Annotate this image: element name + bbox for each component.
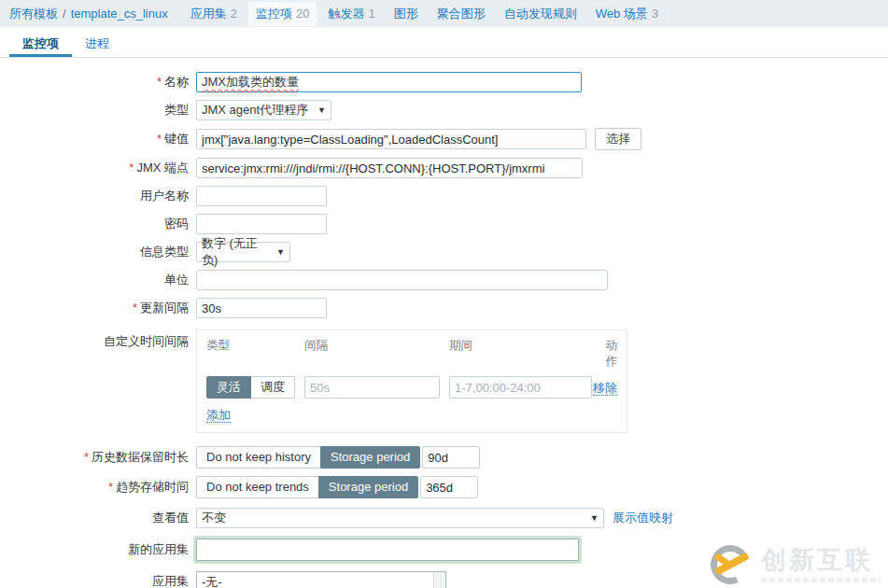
jmx-endpoint-label: *JMX 端点 — [0, 158, 196, 178]
trends-period-input[interactable] — [420, 476, 478, 498]
history-label: *历史数据保留时长 — [0, 447, 196, 468]
username-label: 用户名称 — [0, 186, 196, 206]
row-key: *键值 选择 — [0, 128, 888, 150]
update-interval-label: *更新间隔 — [0, 298, 196, 318]
info-type-label: 信息类型 — [0, 242, 196, 262]
units-label: 单位 — [0, 270, 196, 290]
brand-name: 创新互联 — [761, 548, 881, 573]
password-input[interactable] — [196, 214, 327, 234]
update-interval-input[interactable] — [196, 298, 327, 318]
history-period-input[interactable] — [422, 446, 480, 469]
scheduling-toggle[interactable]: 调度 — [250, 376, 295, 399]
show-value-current: 不变 — [202, 510, 226, 526]
trends-toggle: Do not keep trends Storage period — [196, 476, 418, 498]
col-interval: 间隔 — [304, 338, 449, 370]
template-nav: 应用集2 监控项20 触发器1 图形 聚合图形 自动发现规则 Web 场景3 — [183, 2, 670, 26]
application-option-none[interactable]: -无- — [197, 573, 433, 588]
show-value-label: 查看值 — [0, 508, 196, 528]
name-label: *名称 — [0, 72, 196, 92]
new-application-input[interactable] — [196, 539, 579, 561]
items-count: 20 — [296, 7, 309, 21]
history-off-toggle[interactable]: Do not keep history — [196, 446, 321, 469]
flexible-toggle[interactable]: 灵活 — [206, 376, 251, 399]
show-value-select[interactable]: 不变 ▼ — [196, 508, 604, 528]
remove-interval-link[interactable]: 移除 — [593, 381, 617, 396]
info-type-value: 数字 (无正负) — [202, 235, 269, 269]
interval-type-toggle: 灵活 调度 — [206, 376, 304, 399]
applications-count: 2 — [231, 7, 237, 21]
trends-off-toggle[interactable]: Do not keep trends — [196, 476, 319, 498]
tab-item[interactable]: 监控项 — [9, 27, 72, 57]
applications-listbox: -无- test_items web — [196, 571, 446, 588]
listbox-scrollbar[interactable] — [433, 572, 445, 588]
nav-discovery-rules[interactable]: 自动发现规则 — [497, 2, 585, 26]
breadcrumb-bar: 所有模板 / template_cs_linux 应用集2 监控项20 触发器1… — [0, 0, 888, 27]
applications-label: 应用集 — [0, 571, 196, 588]
add-interval-link[interactable]: 添加 — [206, 408, 231, 423]
show-value-mappings-link[interactable]: 展示值映射 — [613, 510, 673, 526]
units-input[interactable] — [196, 270, 608, 290]
col-period: 期间 — [449, 338, 603, 370]
nav-graphs[interactable]: 图形 — [387, 2, 426, 26]
breadcrumb-separator: / — [63, 7, 66, 21]
custom-intervals-label: 自定义时间间隔 — [0, 329, 196, 352]
type-label: 类型 — [0, 100, 196, 120]
row-show-value: 查看值 不变 ▼ 展示值映射 — [0, 508, 888, 528]
username-input[interactable] — [196, 186, 327, 206]
chevron-down-icon: ▼ — [590, 513, 599, 523]
nav-items[interactable]: 监控项20 — [248, 2, 317, 26]
row-jmx-endpoint: *JMX 端点 — [0, 158, 888, 178]
key-select-button[interactable]: 选择 — [595, 128, 641, 150]
col-action: 动作 — [603, 338, 617, 370]
tab-bar: 监控项 进程 — [0, 27, 888, 58]
row-name: *名称 JMX加载类的数量 — [0, 72, 888, 92]
type-select[interactable]: JMX agent代理程序 ▼ — [196, 100, 331, 120]
row-type: 类型 JMX agent代理程序 ▼ — [0, 100, 888, 120]
row-history: *历史数据保留时长 Do not keep history Storage pe… — [0, 446, 888, 469]
brand-logo-icon — [709, 543, 752, 586]
password-label: 密码 — [0, 214, 196, 234]
tab-preprocessing[interactable]: 进程 — [72, 27, 122, 57]
row-custom-intervals: 自定义时间间隔 类型 间隔 期间 动作 灵活 调度 移除 添加 — [0, 329, 888, 433]
info-type-select[interactable]: 数字 (无正负) ▼ — [196, 242, 290, 262]
name-input[interactable]: JMX加载类的数量 — [196, 72, 582, 92]
key-input[interactable] — [196, 129, 586, 149]
watermark: 创新互联 — [709, 543, 881, 586]
row-units: 单位 — [0, 270, 888, 290]
triggers-count: 1 — [368, 7, 374, 21]
row-trends: *趋势存储时间 Do not keep trends Storage perio… — [0, 476, 888, 498]
nav-web-scenarios[interactable]: Web 场景3 — [588, 2, 666, 26]
key-label: *键值 — [0, 129, 196, 149]
breadcrumb-template-name[interactable]: template_cs_linux — [71, 7, 168, 21]
row-password: 密码 — [0, 214, 888, 234]
period-input[interactable] — [449, 376, 592, 399]
nav-applications[interactable]: 应用集2 — [183, 2, 245, 26]
trends-label: *趋势存储时间 — [0, 477, 196, 497]
row-info-type: 信息类型 数字 (无正负) ▼ — [0, 242, 888, 262]
new-application-label: 新的应用集 — [0, 539, 196, 560]
breadcrumb-all-templates[interactable]: 所有模板 — [9, 6, 58, 22]
chevron-down-icon: ▼ — [317, 105, 326, 115]
brand-subtext — [761, 578, 881, 582]
jmx-endpoint-input[interactable] — [196, 158, 583, 178]
applications-options: -无- test_items web — [197, 572, 433, 588]
item-form: *名称 JMX加载类的数量 类型 JMX agent代理程序 ▼ *键值 选择 … — [0, 58, 888, 588]
chevron-down-icon: ▼ — [276, 247, 285, 257]
trends-storage-toggle[interactable]: Storage period — [318, 476, 418, 498]
history-toggle: Do not keep history Storage period — [196, 446, 420, 469]
history-storage-toggle[interactable]: Storage period — [320, 446, 420, 469]
nav-triggers[interactable]: 触发器1 — [320, 2, 382, 26]
custom-intervals-block: 类型 间隔 期间 动作 灵活 调度 移除 添加 — [196, 329, 627, 433]
interval-input[interactable] — [304, 376, 440, 399]
row-update-interval: *更新间隔 — [0, 298, 888, 318]
nav-screens[interactable]: 聚合图形 — [430, 2, 493, 26]
web-count: 3 — [652, 7, 658, 21]
col-type: 类型 — [206, 338, 304, 370]
name-value: JMX加载类的数量 — [202, 74, 299, 91]
row-username: 用户名称 — [0, 186, 888, 206]
type-value: JMX agent代理程序 — [202, 102, 308, 119]
custom-interval-row: 灵活 调度 移除 — [206, 376, 617, 399]
custom-intervals-header: 类型 间隔 期间 动作 — [206, 338, 617, 370]
